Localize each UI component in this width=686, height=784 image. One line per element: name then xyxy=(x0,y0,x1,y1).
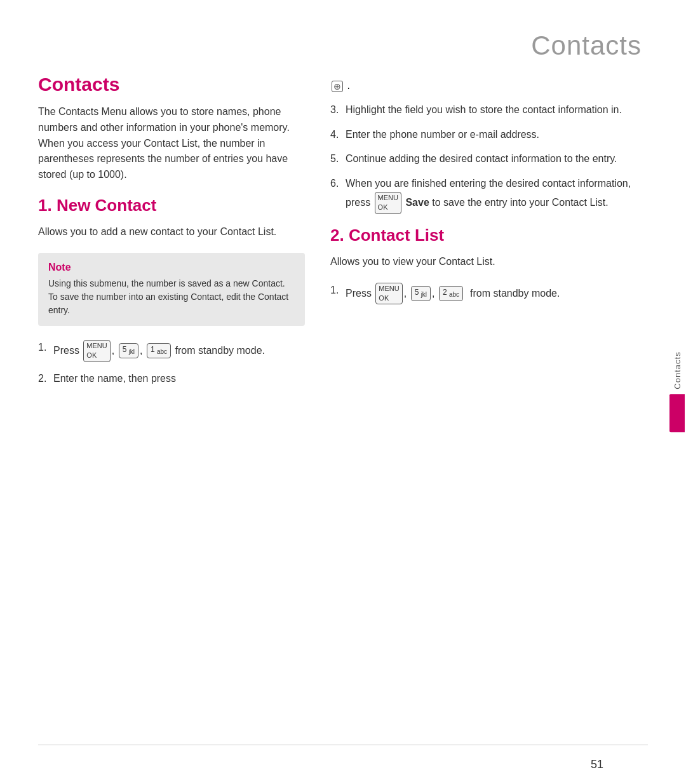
right-step-6-number: 6. xyxy=(330,176,343,192)
menu-key-2: MENUOK xyxy=(375,192,401,214)
key-1abc-1: 1 abc xyxy=(147,343,171,358)
right-step-3-text: Highlight the field you wish to store th… xyxy=(346,102,648,118)
left-column: Contacts The Contacts Menu allows you to… xyxy=(38,74,305,738)
note-label: Note xyxy=(48,262,295,273)
note-box: Note Using this submenu, the number is s… xyxy=(38,253,305,326)
right-step-5-text: Continue adding the desired contact info… xyxy=(346,151,648,167)
new-contact-desc: Allows you to add a new contact to your … xyxy=(38,224,305,240)
contact-list-step-1-number: 1. xyxy=(330,283,343,299)
right-step-5: 5. Continue adding the desired contact i… xyxy=(330,151,648,167)
right-step-5-number: 5. xyxy=(330,151,343,167)
left-step-2-number: 2. xyxy=(38,371,51,387)
left-step-1-number: 1. xyxy=(38,340,51,356)
note-text: Using this submenu, the number is saved … xyxy=(48,277,295,317)
dpad-period: . xyxy=(347,80,349,91)
dpad-icon xyxy=(332,81,343,92)
right-step-3: 3. Highlight the field you wish to store… xyxy=(330,102,648,118)
page-container: Contacts Contacts Contacts The Contacts … xyxy=(0,0,686,784)
key-5jkl-1: 5 jkl xyxy=(119,343,138,358)
left-step-2: 2. Enter the name, then press xyxy=(38,371,305,387)
key-2abc-1: 2 abc xyxy=(439,286,463,301)
save-label: Save xyxy=(405,197,429,208)
dpad-row: . xyxy=(330,80,648,92)
right-step-4-text: Enter the phone number or e-mail address… xyxy=(346,127,648,143)
menu-key-1: MENUOK xyxy=(83,340,110,362)
right-step-3-number: 3. xyxy=(330,102,343,118)
contact-list-step-1-text: Press MENUOK, 5 jkl, 2 abc from standby … xyxy=(346,283,648,305)
left-step-1-text: Press MENUOK, 5 jkl, 1 abc from standby … xyxy=(53,340,305,362)
side-tab-bar xyxy=(669,395,685,433)
left-step-1: 1. Press MENUOK, 5 jkl, 1 abc from stand… xyxy=(38,340,305,362)
contact-list-heading: 2. Contact List xyxy=(330,226,648,245)
right-step-4-number: 4. xyxy=(330,127,343,143)
right-step-4: 4. Enter the phone number or e-mail addr… xyxy=(330,127,648,143)
new-contact-heading: 1. New Contact xyxy=(38,196,305,215)
contact-list-step-1: 1. Press MENUOK, 5 jkl, 2 abc from stand… xyxy=(330,283,648,305)
right-step-6: 6. When you are finished entering the de… xyxy=(330,176,648,214)
contacts-intro: The Contacts Menu allows you to store na… xyxy=(38,104,305,183)
contact-list-desc: Allows you to view your Contact List. xyxy=(330,254,648,270)
left-step-2-text: Enter the name, then press xyxy=(53,371,305,387)
key-5jkl-2: 5 jkl xyxy=(411,286,431,301)
page-footer: 51 xyxy=(38,745,648,784)
right-column: . 3. Highlight the field you wish to sto… xyxy=(330,74,648,738)
page-number: 51 xyxy=(591,758,603,771)
side-tab: Contacts xyxy=(668,351,686,432)
contacts-heading: Contacts xyxy=(38,74,305,95)
right-step-6-text: When you are finished entering the desir… xyxy=(346,176,648,214)
side-tab-label: Contacts xyxy=(673,351,682,389)
page-header-title: Contacts xyxy=(0,0,686,74)
menu-key-3: MENUOK xyxy=(375,283,402,305)
content-area: Contacts The Contacts Menu allows you to… xyxy=(0,74,686,738)
